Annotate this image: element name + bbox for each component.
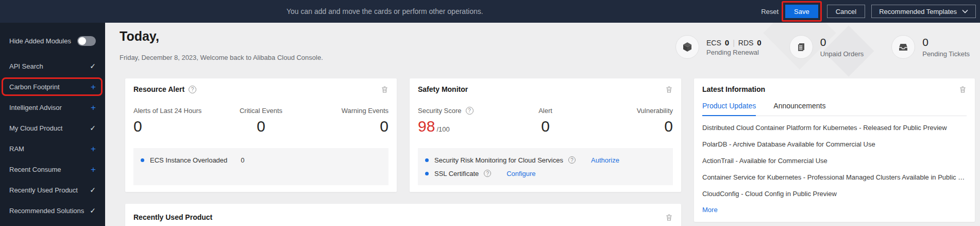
- documents-icon: [789, 35, 813, 59]
- recommended-templates-button[interactable]: Recommended Templates: [871, 5, 976, 18]
- sidebar-item-label: Recommended Solutions: [9, 207, 84, 215]
- metric-label: Alerts of Last 24 Hours: [133, 107, 201, 115]
- check-icon[interactable]: ✓: [90, 124, 96, 132]
- delete-card-icon[interactable]: [381, 86, 388, 93]
- pending-tickets-label: Pending Tickets: [922, 50, 970, 58]
- hide-added-modules-row: Hide Added Modules: [0, 23, 105, 56]
- sidebar-item-ram[interactable]: RAM +: [0, 138, 105, 159]
- divider: |: [733, 39, 735, 47]
- check-icon[interactable]: ✓: [90, 186, 96, 194]
- metric-label: Warning Events: [342, 107, 388, 115]
- security-score-value: 98: [418, 118, 435, 135]
- ecs-label: ECS: [706, 39, 721, 47]
- news-item[interactable]: Container Service for Kubernetes - Profe…: [702, 169, 967, 186]
- news-item[interactable]: Distributed Cloud Container Platform for…: [702, 120, 967, 136]
- sidebar-item-carbon-footprint[interactable]: Carbon Footprint +: [0, 76, 105, 97]
- help-icon[interactable]: ?: [568, 156, 576, 164]
- card-title: Resource Alert: [133, 85, 184, 93]
- plus-icon[interactable]: +: [91, 165, 96, 174]
- sidebar-item-recently-used-product[interactable]: Recently Used Product ✓: [0, 180, 105, 200]
- bullet-icon: [425, 172, 429, 175]
- security-item-label: SSL Certificate: [434, 170, 479, 177]
- news-item[interactable]: PolarDB - Archive Database Available for…: [702, 136, 967, 153]
- bullet-icon: [425, 158, 429, 162]
- rds-label: RDS: [738, 39, 754, 47]
- sidebar-item-recommended-solutions[interactable]: Recommended Solutions ✓: [0, 200, 105, 221]
- pending-renewal-label: Pending Renewal: [706, 49, 762, 56]
- modules-sidebar: Hide Added Modules API Search ✓ Carbon F…: [0, 23, 105, 226]
- sidebar-item-api-search[interactable]: API Search ✓: [0, 56, 105, 76]
- sidebar-item-intelligent-advisor[interactable]: Intelligent Advisor +: [0, 97, 105, 118]
- check-icon[interactable]: ✓: [90, 206, 96, 215]
- delete-card-icon[interactable]: [665, 214, 673, 221]
- metric-label: Alert: [538, 107, 552, 115]
- news-item[interactable]: ActionTrail - Available for Commercial U…: [702, 153, 967, 169]
- help-icon[interactable]: ?: [484, 170, 491, 177]
- rds-count: 0: [757, 38, 761, 47]
- plus-icon[interactable]: +: [91, 144, 96, 153]
- metric-value: 0: [218, 118, 303, 135]
- page-title: Today,: [120, 29, 159, 44]
- bullet-icon: [141, 158, 144, 162]
- unpaid-orders-count: 0: [820, 36, 864, 49]
- top-bar: You can add and move the cards or perfor…: [0, 0, 980, 23]
- save-annotation-box: Save: [782, 1, 822, 22]
- recently-used-product-card: Recently Used Product: [125, 204, 681, 226]
- pending-renewal-stat[interactable]: ECS 0 | RDS 0 Pending Renewal: [675, 35, 762, 59]
- help-icon[interactable]: ?: [466, 107, 474, 115]
- configure-link[interactable]: Configure: [506, 170, 535, 177]
- resource-alert-card: Resource Alert ? Alerts of Last 24 Hours…: [125, 78, 397, 192]
- card-title: Recently Used Product: [133, 213, 212, 221]
- authorize-link[interactable]: Authorize: [591, 156, 619, 164]
- delete-card-icon[interactable]: [959, 86, 967, 93]
- more-link[interactable]: More: [702, 202, 718, 218]
- pending-tickets-stat[interactable]: 0 Pending Tickets: [891, 35, 970, 59]
- help-icon[interactable]: ?: [189, 86, 196, 93]
- resource-alert-detail-panel: ECS Instance Overloaded 0: [133, 148, 388, 185]
- sidebar-item-label: API Search: [9, 62, 43, 70]
- metric-value: 0: [503, 118, 588, 135]
- latest-information-card: Latest Information Product Updates Annou…: [694, 78, 975, 222]
- list-item[interactable]: ECS Instance Overloaded 0: [141, 153, 381, 167]
- welcome-subtitle: Friday, December 8, 2023, Welcome back t…: [120, 54, 323, 61]
- list-item: Security Risk Monitoring for Cloud Servi…: [425, 153, 666, 167]
- unpaid-orders-stat[interactable]: 0 Unpaid Orders: [789, 35, 864, 59]
- metric-label: Critical Events: [240, 107, 282, 115]
- tab-announcements[interactable]: Announcements: [773, 102, 825, 116]
- save-button[interactable]: Save: [785, 5, 818, 18]
- delete-card-icon[interactable]: [665, 86, 673, 93]
- cancel-button[interactable]: Cancel: [827, 5, 865, 18]
- metric-value: 0: [133, 118, 218, 135]
- sidebar-item-recent-consume[interactable]: Recent Consume +: [0, 159, 105, 180]
- cube-icon: [675, 35, 699, 59]
- hide-added-modules-label: Hide Added Modules: [9, 37, 71, 45]
- check-icon[interactable]: ✓: [90, 62, 96, 70]
- sidebar-item-label: Carbon Footprint: [9, 83, 60, 91]
- topbar-message: You can add and move the cards or perfor…: [286, 0, 483, 23]
- unpaid-orders-label: Unpaid Orders: [820, 50, 864, 58]
- dashboard-main: Today, Friday, December 8, 2023, Welcome…: [105, 23, 980, 226]
- plus-icon[interactable]: +: [91, 103, 96, 112]
- card-title: Safety Monitor: [418, 85, 468, 93]
- safety-monitor-card: Safety Monitor Security Score ? 98/100 A: [410, 78, 681, 192]
- tab-product-updates[interactable]: Product Updates: [702, 102, 756, 116]
- sidebar-item-my-cloud-product[interactable]: My Cloud Product ✓: [0, 118, 105, 138]
- sidebar-item-label: Recent Consume: [9, 166, 61, 173]
- toggle-knob: [78, 37, 86, 45]
- security-item-label: Security Risk Monitoring for Cloud Servi…: [434, 156, 563, 164]
- metric-label: Security Score: [418, 107, 462, 115]
- plus-icon[interactable]: +: [91, 83, 96, 91]
- reset-button[interactable]: Reset: [761, 8, 779, 15]
- news-item[interactable]: CloudConfig - Cloud Config in Public Pre…: [702, 186, 967, 202]
- sidebar-item-label: My Cloud Product: [9, 124, 62, 132]
- latest-information-tabs: Product Updates Announcements: [702, 102, 967, 116]
- pending-tickets-count: 0: [922, 36, 970, 49]
- sidebar-item-label: RAM: [9, 145, 24, 153]
- sidebar-item-label: Intelligent Advisor: [9, 104, 62, 111]
- inbox-icon: [891, 35, 915, 59]
- hide-added-modules-toggle[interactable]: [77, 36, 96, 46]
- alert-type-label: ECS Instance Overloaded: [150, 156, 227, 164]
- chevron-down-icon: [962, 9, 968, 13]
- card-title: Latest Information: [702, 85, 765, 93]
- sidebar-item-label: Recently Used Product: [9, 186, 78, 194]
